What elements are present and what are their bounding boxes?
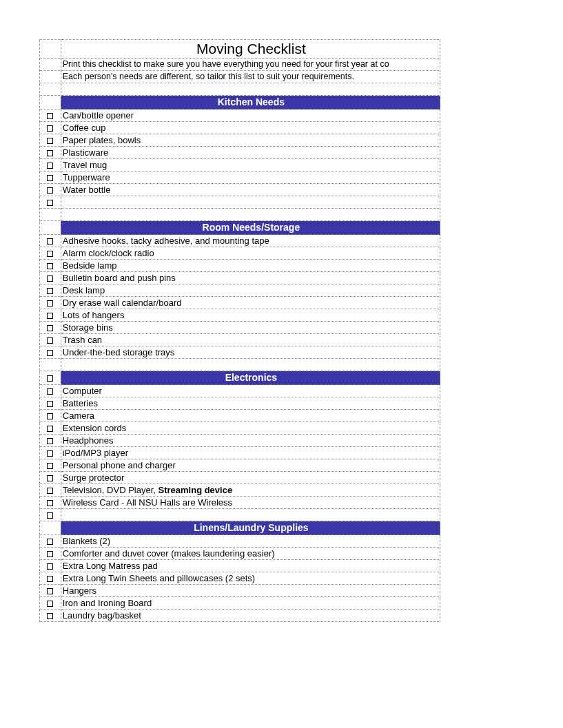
section-header: Electronics [61,371,440,385]
item-label: Alarm clock/clock radio [61,247,440,260]
checkbox-icon [47,375,53,382]
checkbox-cell [40,509,61,521]
checkbox-icon [47,413,53,419]
checkbox-icon [47,175,53,181]
list-item: Extra Long Matress pad [40,560,440,572]
checkbox-icon [47,251,53,257]
checkbox-cell [40,472,61,484]
checkbox-cell [40,610,61,622]
checkbox-cell [40,422,61,435]
description-line: Each person's needs are different, so ta… [61,71,440,83]
item-label: Tupperware [61,171,440,184]
checkbox-cell [40,484,61,497]
list-item: Surge protector [40,472,440,484]
checkbox-icon [47,163,53,169]
checkbox-cell [40,459,61,472]
checkbox-cell [40,585,61,597]
checkbox-icon [47,300,53,306]
list-item: Iron and Ironing Board [40,597,440,610]
checkbox-icon [47,500,53,506]
checkbox-icon [47,512,53,519]
checkbox-icon [47,463,53,469]
checkbox-icon [47,275,53,282]
list-item [40,509,440,521]
checklist-table: Moving ChecklistPrint this checklist to … [39,39,440,622]
checkbox-cell [40,572,61,585]
item-label: Batteries [61,397,440,410]
checkbox-icon [47,450,53,457]
list-item: Extension cords [40,422,440,435]
checkbox-icon [47,488,53,494]
item-label: iPod/MP3 player [61,447,440,459]
list-item: Bulletin board and push pins [40,272,440,284]
list-item: Laundry bag/basket [40,610,440,622]
list-item: Camera [40,410,440,422]
item-label: Dry erase wall calendar/board [61,297,440,309]
checkbox-icon [47,613,53,619]
list-item: Wireless Card - All NSU Halls are Wirele… [40,497,440,509]
checkbox-cell [40,284,61,297]
page-title: Moving Checklist [61,40,440,59]
item-label: Blankets (2) [61,535,440,548]
checkbox-icon [47,113,53,119]
list-item: Television, DVD Player, Streaming device [40,484,440,497]
item-label: Iron and Ironing Board [61,597,440,610]
checkbox-cell [40,184,61,196]
list-item: Can/bottle opener [40,110,440,122]
item-label: Hangers [61,585,440,597]
list-item: Extra Long Twin Sheets and pillowcases (… [40,572,440,585]
checkbox-cell [40,497,61,509]
checkbox-icon [47,438,53,444]
checkbox-icon [47,588,53,594]
list-item: Tupperware [40,171,440,184]
checkbox-cell [40,159,61,171]
list-item: Travel mug [40,159,440,171]
checkbox-cell [40,435,61,447]
item-label [61,196,440,209]
checkbox-cell [40,171,61,184]
item-label: Surge protector [61,472,440,484]
checkbox-icon [47,187,53,194]
item-label: Wireless Card - All NSU Halls are Wirele… [61,497,440,509]
list-item: Batteries [40,397,440,410]
item-label: Headphones [61,435,440,447]
checkbox-cell [40,309,61,322]
item-label: Under-the-bed storage trays [61,346,440,359]
item-label: Extension cords [61,422,440,435]
checkbox-icon [47,563,53,570]
item-label: Desk lamp [61,284,440,297]
checkbox-cell [40,147,61,159]
list-item: Hangers [40,585,440,597]
item-label: Paper plates, bowls [61,134,440,147]
checkbox-cell [40,110,61,122]
list-item: Paper plates, bowls [40,134,440,147]
checkbox-cell [40,272,61,284]
checkbox-icon [47,601,53,607]
checkbox-cell [40,346,61,359]
checkbox-icon [47,313,53,319]
section-header: Linens/Laundry Supplies [61,521,440,535]
checkbox-cell [40,410,61,422]
checkbox-icon [47,551,53,557]
item-label [61,509,440,521]
item-label: Trash can [61,334,440,346]
list-item: Personal phone and charger [40,459,440,472]
list-item: Blankets (2) [40,535,440,548]
list-item: Headphones [40,435,440,447]
checkbox-cell [40,535,61,548]
list-item: Computer [40,385,440,397]
item-label: Can/bottle opener [61,110,440,122]
list-item: Desk lamp [40,284,440,297]
item-label: Bulletin board and push pins [61,272,440,284]
checkbox-icon [47,325,53,331]
checkbox-icon [47,350,53,356]
checkbox-icon [47,475,53,481]
checkbox-cell [40,122,61,134]
checkbox-icon [47,337,53,344]
checkbox-icon [47,288,53,294]
checkbox-cell [40,196,61,209]
section-header: Kitchen Needs [61,96,440,110]
checkbox-cell [40,247,61,260]
checkbox-cell [40,560,61,572]
checkbox-cell [40,322,61,334]
